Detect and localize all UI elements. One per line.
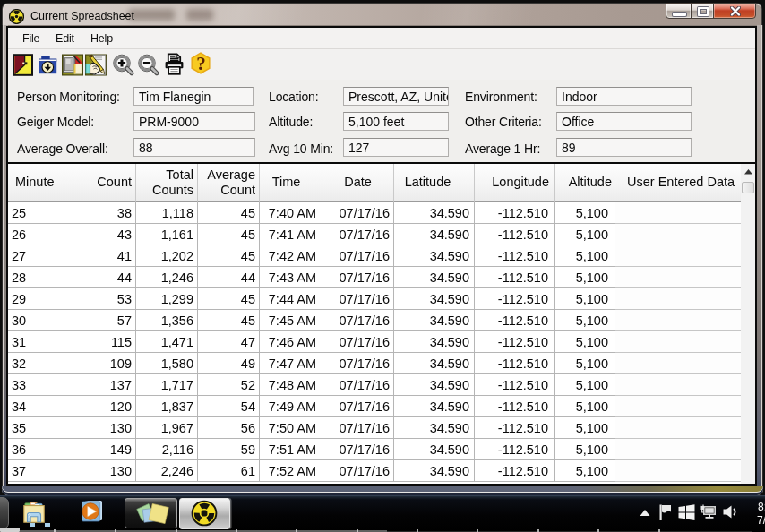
svg-text:?: ? (196, 53, 206, 74)
